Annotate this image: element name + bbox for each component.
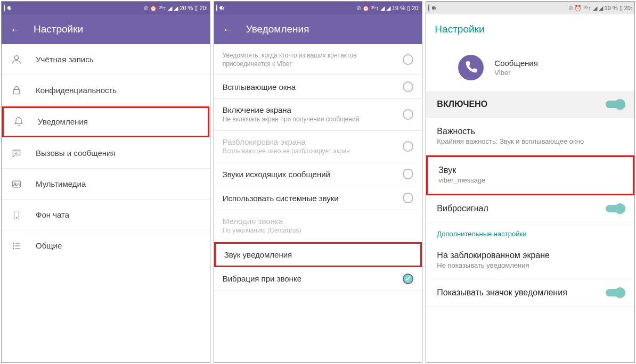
row-lock-screen[interactable]: На заблокированном экране Не показывать … — [426, 242, 634, 279]
battery-icon: ▯ — [194, 5, 198, 12]
app-sub: Viber — [494, 69, 537, 77]
toggle-on-icon[interactable] — [606, 205, 624, 212]
app-bar: Настройки — [426, 14, 634, 44]
svg-rect-1 — [13, 89, 20, 94]
screen-1-settings: ⊕ ⎚ ⏰ ³ᴳ↕ ◢ ◢ 20 % ▯ 20: ← Настройки Учё… — [1, 1, 210, 363]
title: На заблокированном экране — [437, 251, 624, 260]
settings-item-account[interactable]: Учётная запись — [2, 44, 210, 75]
notification-settings-list: Уведомлять, когда кто-то из ваших контак… — [214, 44, 422, 362]
media-icon — [10, 178, 23, 191]
cast-icon: ⎚ — [357, 5, 361, 11]
page-title: Настройки — [435, 23, 484, 35]
row-notification-sound[interactable]: Звук уведомления — [214, 242, 422, 267]
row-unlock: Разблокировка экрана Всплывающее окно не… — [214, 131, 422, 163]
label: Учётная запись — [36, 55, 94, 64]
title: Использовать системные звуки — [223, 194, 403, 203]
radio-icon[interactable] — [403, 169, 413, 179]
title: Вибросигнал — [437, 204, 606, 213]
eye-icon — [216, 5, 217, 11]
row-popup[interactable]: Всплывающие окна — [214, 75, 422, 99]
settings-item-calls[interactable]: Вызовы и сообщения — [2, 138, 210, 169]
label: Общие — [36, 241, 62, 250]
screen-3-system-settings: ⊕ ⎚ ⏰ ³ᴳ↕ ◢ ◢ 19 % ▯ 20: Настройки Сообщ… — [426, 1, 635, 363]
battery-percent: 20 % — [180, 5, 193, 11]
svg-point-8 — [13, 248, 14, 249]
sub: Крайняя важность: Звук и всплывающее окн… — [437, 137, 624, 146]
screen-2-notifications: ⊕ ⎚ ⏰ ³ᴳ↕ ◢ ◢ 19 % ▯ 20: ← Уведомления У… — [214, 1, 423, 363]
svg-point-5 — [16, 217, 17, 218]
sub: Не включать экран при получении сообщени… — [223, 115, 403, 124]
system-settings-list: Сообщения Viber ВКЛЮЧЕНО Важность Крайня… — [426, 44, 634, 362]
signal-icon: ◢ — [168, 5, 172, 12]
radio-icon[interactable] — [403, 193, 413, 203]
radio-icon[interactable] — [403, 54, 413, 65]
settings-item-background[interactable]: Фон чата — [2, 200, 210, 230]
radio-checked-icon[interactable] — [403, 274, 413, 284]
row-system-sounds[interactable]: Использовать системные звуки — [214, 186, 422, 210]
page-title: Настройки — [34, 23, 83, 35]
signal-icon: ◢ — [593, 5, 597, 12]
label: Мультимедиа — [36, 179, 86, 188]
battery-percent: 19 % — [605, 5, 618, 11]
svg-point-7 — [13, 245, 14, 246]
cast-icon: ⎚ — [569, 5, 573, 11]
toggle-on-icon[interactable] — [606, 289, 624, 296]
cast-icon: ⎚ — [144, 5, 148, 11]
signal-3g-icon: ³ᴳ↕ — [371, 5, 379, 12]
clock: 20: — [199, 5, 207, 11]
eye-icon — [428, 5, 429, 11]
signal-icon-2: ◢ — [174, 5, 178, 12]
row-sound[interactable]: Звук viber_message — [426, 155, 634, 195]
radio-icon[interactable] — [403, 81, 413, 92]
signal-3g-icon: ³ᴳ↕ — [159, 5, 166, 12]
settings-item-privacy[interactable]: Конфиденциальность — [2, 75, 210, 106]
row-join-notify[interactable]: Уведомлять, когда кто-то из ваших контак… — [214, 44, 422, 75]
svg-point-6 — [13, 243, 14, 244]
chat-icon — [10, 147, 23, 160]
sub: viber_message — [438, 176, 622, 185]
row-ringtone[interactable]: Мелодия звонка По умолчанию (Centaurus) — [214, 210, 422, 242]
title: Звук уведомления — [224, 250, 412, 259]
app-header: Сообщения Viber — [426, 44, 634, 91]
toggle-on-icon[interactable] — [606, 101, 624, 108]
row-enabled[interactable]: ВКЛЮЧЕНО — [426, 91, 634, 118]
settings-item-media[interactable]: Мультимедиа — [2, 169, 210, 200]
radio-icon[interactable] — [403, 109, 413, 120]
back-arrow-icon[interactable]: ← — [223, 23, 233, 36]
alarm-icon: ⏰ — [150, 5, 157, 12]
title: Включение экрана — [223, 105, 403, 114]
settings-list: Учётная запись Конфиденциальность Уведом… — [2, 44, 210, 362]
title: Всплывающие окна — [223, 82, 403, 92]
settings-item-notifications[interactable]: Уведомления — [2, 106, 209, 137]
settings-item-general[interactable]: Общие — [2, 230, 210, 261]
sub: Всплывающее окно не разблокирует экран — [223, 147, 403, 156]
svg-point-0 — [14, 55, 18, 59]
title: ВКЛЮЧЕНО — [437, 100, 606, 109]
signal-icon-2: ◢ — [386, 5, 390, 12]
back-arrow-icon[interactable]: ← — [10, 23, 21, 36]
label: Вызовы и сообщения — [36, 148, 116, 158]
radio-icon — [403, 141, 413, 152]
row-vibrate[interactable]: Вибросигнал — [426, 195, 634, 222]
sub: Уведомлять, когда кто-то из ваших контак… — [223, 52, 403, 68]
signal-icon: ◢ — [380, 5, 385, 12]
row-vibrate-call[interactable]: Вибрация при звонке — [214, 267, 422, 291]
row-importance[interactable]: Важность Крайняя важность: Звук и всплыв… — [426, 118, 634, 155]
clock: 20: — [624, 5, 632, 11]
label: Фон чата — [36, 210, 69, 219]
account-icon — [10, 53, 23, 66]
battery-icon: ▯ — [407, 5, 410, 12]
row-badge[interactable]: Показывать значок уведомления — [426, 279, 634, 307]
viber-app-icon — [458, 55, 484, 80]
lock-icon — [10, 84, 23, 97]
status-bar: ⊕ ⎚ ⏰ ³ᴳ↕ ◢ ◢ 19 % ▯ 20: — [214, 2, 422, 14]
row-outgoing-sounds[interactable]: Звуки исходящих сообщений — [214, 162, 422, 186]
alarm-icon: ⏰ — [362, 5, 370, 12]
sub: Не показывать уведомления — [437, 261, 624, 270]
status-bar: ⊕ ⎚ ⏰ ³ᴳ↕ ◢ ◢ 20 % ▯ 20: — [2, 2, 210, 14]
list-icon — [10, 239, 23, 252]
row-screen-on[interactable]: Включение экрана Не включать экран при п… — [214, 99, 422, 131]
title: Мелодия звонка — [223, 217, 414, 226]
section-header-additional: Дополнительные настройки — [426, 222, 634, 242]
label: Конфиденциальность — [36, 86, 117, 95]
